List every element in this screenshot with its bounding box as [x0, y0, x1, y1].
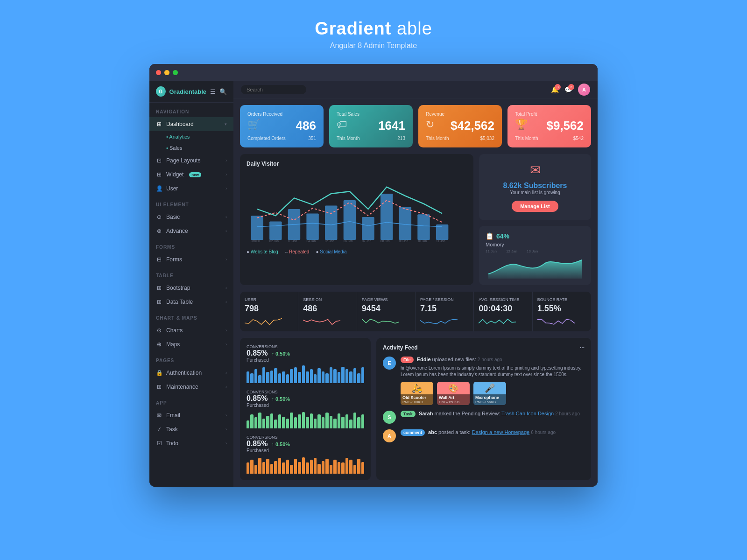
conv-bar: [330, 416, 332, 428]
conv-bar: [325, 413, 328, 428]
svg-text:09 Jan: 09 Jan: [399, 239, 409, 243]
thumb-icon: 🎤: [473, 382, 506, 394]
conv-bar: [349, 460, 352, 474]
hero-section: Gradient able Angular 8 Admin Template: [315, 0, 432, 64]
nav-section-label: navigation: [149, 103, 233, 117]
sidebar-item-user[interactable]: 👤 User ›: [149, 182, 233, 196]
stat-sub-label: This Month: [337, 136, 359, 141]
metric-value: 1.55%: [537, 304, 586, 314]
conv-bar: [282, 417, 285, 428]
sidebar-item-maps[interactable]: ⊕ Maps ›: [149, 337, 233, 351]
stat-sub-label: This Month: [515, 136, 538, 141]
conv-bar: [353, 368, 356, 383]
conv-change: ↑ 0.50%: [271, 396, 290, 402]
conv-bar: [266, 459, 269, 474]
metric-value: 798: [245, 304, 293, 314]
memory-percent: 64%: [496, 232, 509, 240]
svg-rect-9: [417, 214, 430, 240]
conv-bar: [262, 419, 265, 428]
conv-bar: [314, 374, 317, 383]
activity-link[interactable]: Trash Can Icon Design: [501, 411, 554, 416]
sidebar-item-datatable[interactable]: ⊞ Data Table ›: [149, 295, 233, 309]
search-input[interactable]: [241, 85, 306, 94]
manage-list-button[interactable]: Manage List: [512, 201, 558, 212]
sidebar-item-todo[interactable]: ☑ Todo ›: [149, 436, 233, 450]
sidebar-item-bootstrap[interactable]: ⊞ Bootstrap ›: [149, 281, 233, 295]
memory-x-labels: 11 Jan 12 Jan 13 Jan: [486, 249, 585, 253]
conv-bar: [361, 367, 364, 383]
conv-bar: [270, 371, 273, 383]
user-avatar[interactable]: A: [578, 84, 590, 96]
sidebar-item-dashboard[interactable]: ⊞ Dashboard ▾: [149, 117, 233, 131]
activity-more-icon[interactable]: ···: [580, 344, 585, 351]
sidebar-item-basic[interactable]: ⊙ Basic ›: [149, 210, 233, 224]
metric-item-5: Bounce Rate 1.55%: [533, 292, 591, 331]
sidebar-item-forms[interactable]: ⊟ Forms ›: [149, 252, 233, 266]
conv-bar: [286, 419, 289, 428]
task-icon: ✓: [156, 426, 162, 433]
svg-rect-3: [306, 213, 318, 240]
conv-bars: [247, 411, 364, 428]
sidebar-item-widget[interactable]: ⊞ Widget new ›: [149, 168, 233, 182]
sidebar-item-auth[interactable]: 🔒 Authentication ›: [149, 366, 233, 380]
activity-item: A comment abc posted a task: Design a ne…: [383, 429, 585, 442]
svg-text:02 Jan: 02 Jan: [269, 239, 279, 243]
svg-text:06 Jan: 06 Jan: [344, 239, 353, 243]
conv-bar: [294, 459, 297, 474]
conv-bar: [349, 420, 352, 428]
conv-value: 0.85%: [247, 349, 268, 357]
layout-icon: ⊡: [156, 157, 162, 164]
search-icon[interactable]: 🔍: [219, 88, 227, 95]
sidebar-item-task[interactable]: ✓ Task ›: [149, 422, 233, 436]
conversion-item-1: Conversions 0.85% ↑ 0.50% Purchased: [247, 390, 364, 428]
hero-subtitle: Angular 8 Admin Template: [315, 42, 432, 50]
maintenance-icon: ⊞: [156, 384, 162, 390]
conv-bar: [306, 371, 309, 383]
metrics-row: User 798 Session 486 Page Views 9454 Pag…: [240, 292, 591, 331]
svg-text:04 Jan: 04 Jan: [306, 239, 316, 243]
activity-title: Activity Feed ···: [383, 344, 585, 351]
sidebar-item-page-layouts[interactable]: ⊡ Page Layouts ›: [149, 154, 233, 168]
conv-bar: [270, 464, 273, 474]
conv-bar: [310, 413, 313, 428]
conv-bar: [317, 368, 320, 383]
browser-dot-minimize[interactable]: [164, 70, 169, 75]
conv-bar: [290, 413, 293, 428]
sidebar-item-email[interactable]: ✉ Email ›: [149, 408, 233, 422]
activity-content: comment abc posted a task: Design a new …: [401, 429, 585, 442]
activity-action: marked the Pending Review:: [435, 411, 500, 416]
sidebar-item-sales[interactable]: Sales: [149, 142, 233, 154]
metric-value: 7.15: [420, 304, 469, 314]
memory-wave-chart: [486, 255, 585, 279]
conv-bar: [341, 367, 344, 383]
metric-sparkline: [362, 316, 399, 326]
stat-icon: 🏷: [337, 119, 347, 131]
metric-item-3: Page / Session 7.15: [416, 292, 474, 331]
activity-header: Task Sarah marked the Pending Review: Tr…: [401, 411, 585, 417]
chat-button[interactable]: 💬 2: [564, 86, 572, 93]
notification-button[interactable]: 🔔 3: [551, 86, 559, 93]
hamburger-icon[interactable]: ☰: [210, 88, 216, 95]
content-body: Orders Received 🛒 486 Completed Orders 3…: [233, 98, 598, 487]
activity-badge: Task: [401, 411, 416, 417]
brand-icon: G: [156, 86, 166, 97]
stat-sub-label: Completed Orders: [247, 136, 286, 141]
activity-thumbnail: 🎤 Microphone PNG-156KB: [473, 382, 506, 405]
conv-bar: [345, 458, 348, 474]
activity-link[interactable]: Design a new Homepage: [472, 429, 530, 435]
conv-bar: [286, 374, 289, 383]
browser-dot-close[interactable]: [156, 70, 161, 75]
sidebar-item-analytics[interactable]: Analytics: [149, 131, 233, 142]
subscribers-sublabel: Your main list is growing: [486, 190, 585, 195]
browser-dot-maximize[interactable]: [173, 70, 178, 75]
conv-bar: [322, 371, 324, 383]
pages-section-label: pages: [149, 351, 233, 366]
activity-user: Eddie: [417, 357, 431, 362]
metric-value: 486: [303, 304, 352, 314]
forms-icon: ⊟: [156, 256, 162, 263]
metric-item-4: Avg. Session Time 00:04:30: [474, 292, 532, 331]
app-container: G Gradientable ☰ 🔍 navigation ⊞ Dashboar…: [149, 81, 598, 487]
sidebar-item-charts[interactable]: ⊙ Charts ›: [149, 323, 233, 337]
sidebar-item-maintenance[interactable]: ⊞ Maintenance ›: [149, 380, 233, 394]
sidebar-item-advance[interactable]: ⊛ Advance ›: [149, 224, 233, 238]
